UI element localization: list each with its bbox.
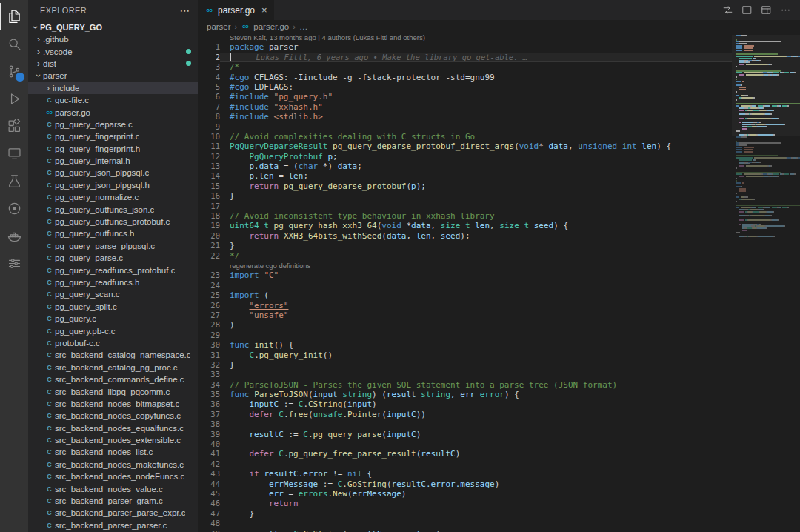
line-number[interactable]: 49 [198,529,220,532]
line-number[interactable]: 12 [198,152,220,162]
code-line-38[interactable]: 38 [198,419,736,429]
code-line-30[interactable]: 30func init() { [198,340,736,350]
code-line-2[interactable]: 2Lukas Fittl, 6 years ago • Make the lib… [198,53,736,62]
line-number[interactable]: 14 [198,171,220,181]
code-line-21[interactable]: 21} [198,241,736,250]
tree-item-parser[interactable]: ›parser [28,70,198,82]
code-line-9[interactable]: 9 [198,122,736,132]
code-line-1[interactable]: 1package parser [198,42,736,52]
code-line-41[interactable]: 41 defer C.pg_query_free_parse_result(re… [198,449,736,459]
code-line-36[interactable]: 36 inputC := C.CString(input) [198,399,736,409]
code-line-12[interactable]: 12 PgQueryProtobuf p; [198,152,736,162]
open-changes-icon[interactable] [722,4,733,16]
tree-item-src_backend_parser_gram.c[interactable]: Csrc_backend_parser_gram.c [28,495,198,507]
code-line-17[interactable]: 17 [198,202,736,211]
line-number[interactable]: 13 [198,162,220,171]
line-number[interactable]: 1 [198,42,220,52]
tree-item-src_backend_nodes_makefuncs.c[interactable]: Csrc_backend_nodes_makefuncs.c [28,459,198,471]
line-number[interactable]: 46 [198,499,220,508]
tree-item-src_backend_nodes_equalfuncs.c[interactable]: Csrc_backend_nodes_equalfuncs.c [28,422,198,434]
code-line-47[interactable]: 47 } [198,509,736,519]
tree-item-pg_query_scan.c[interactable]: Cpg_query_scan.c [28,288,198,300]
code-line-40[interactable]: 40 [198,439,736,449]
code-line-10[interactable]: 10// Avoid complexities dealing with C s… [198,132,736,142]
tree-item-pg_query_parse_plpgsql.c[interactable]: Cpg_query_parse_plpgsql.c [28,240,198,252]
line-number[interactable]: 31 [198,350,220,360]
line-number[interactable]: 17 [198,202,220,211]
blame-authors-lens[interactable]: Steven Kalt, 13 months ago | 4 authors (… [230,33,425,41]
tab-parser.go[interactable]: GO parser.go × [198,0,274,20]
tree-item-src_backend_nodes_copyfuncs.c[interactable]: Csrc_backend_nodes_copyfuncs.c [28,410,198,422]
line-number[interactable]: 21 [198,241,220,250]
tree-item-protobuf-c.c[interactable]: Cprotobuf-c.c [28,337,198,349]
code-line-19[interactable]: 19uint64_t pg_query_hash_xxh3_64(void *d… [198,221,736,230]
line-number[interactable]: 32 [198,360,220,370]
chevron-down-icon[interactable]: › [33,71,44,80]
line-number[interactable]: 28 [198,320,220,330]
line-number[interactable]: 35 [198,390,220,399]
line-number[interactable]: 36 [198,399,220,409]
code-line-39[interactable]: 39 resultC := C.pg_query_parse(inputC) [198,430,736,439]
code-line-4[interactable]: 4#cgo CFLAGS: -Iinclude -g -fstack-prote… [198,73,736,82]
minimap[interactable] [732,33,800,532]
code-line-37[interactable]: 37 defer C.free(unsafe.Pointer(inputC)) [198,410,736,419]
code-line-45[interactable]: 45 err = errors.New(errMessage) [198,489,736,499]
tree-item-src_backend_parser_parse_expr.c[interactable]: Csrc_backend_parser_parse_expr.c [28,507,198,519]
more-icon[interactable] [780,4,791,16]
line-number[interactable]: 43 [198,469,220,479]
code-line-32[interactable]: 32} [198,360,736,370]
tree-item-pg_query_parse.c[interactable]: Cpg_query_parse.c [28,252,198,264]
line-number[interactable]: 16 [198,191,220,201]
tree-item-include[interactable]: ›include [28,82,198,94]
code-line-22[interactable]: 22*/ [198,251,736,261]
code-line-35[interactable]: 35func ParseToJSON(input string) (result… [198,390,736,399]
line-number[interactable]: 45 [198,489,220,499]
line-number[interactable]: 41 [198,449,220,459]
tree-item-pg_query_fingerprint.c[interactable]: Cpg_query_fingerprint.c [28,130,198,142]
line-number[interactable]: 3 [198,62,220,72]
line-number[interactable]: 34 [198,380,220,390]
activity-search[interactable] [0,30,28,58]
tree-item-pg_query_normalize.c[interactable]: Cpg_query_normalize.c [28,191,198,203]
code-line-42[interactable]: 42 [198,459,736,469]
code-line-16[interactable]: 16} [198,191,736,201]
tree-item-src_backend_nodes_extensible.c[interactable]: Csrc_backend_nodes_extensible.c [28,434,198,446]
tree-item-pg_query_deparse.c[interactable]: Cpg_query_deparse.c [28,119,198,130]
chevron-right-icon[interactable]: › [34,34,43,44]
code-line-3[interactable]: 3/* [198,62,736,72]
line-number[interactable]: 7 [198,102,220,112]
tree-item-pg_query_readfuncs.h[interactable]: Cpg_query_readfuncs.h [28,276,198,288]
code-line-15[interactable]: 15 return pg_query_deparse_protobuf(p); [198,182,736,191]
line-number[interactable]: 8 [198,112,220,122]
tree-item-pg_query_outfuncs_protobuf.c[interactable]: Cpg_query_outfuncs_protobuf.c [28,216,198,227]
tree-item-src_backend_nodes_bitmapset.c[interactable]: Csrc_backend_nodes_bitmapset.c [28,398,198,410]
code-line-18[interactable]: 18// Avoid inconsistent type behaviour i… [198,211,736,221]
tree-item-src_backend_catalog_namespace.c[interactable]: Csrc_backend_catalog_namespace.c [28,349,198,361]
tree-item-pg_query_internal.h[interactable]: Cpg_query_internal.h [28,155,198,167]
line-number[interactable]: 24 [198,281,220,290]
line-number[interactable]: 37 [198,410,220,419]
line-number[interactable]: 44 [198,479,220,489]
code-line-31[interactable]: 31 C.pg_query_init() [198,350,736,360]
tree-item-src_backend_nodes_nodeFuncs.c[interactable]: Csrc_backend_nodes_nodeFuncs.c [28,471,198,482]
line-number[interactable]: 33 [198,370,220,379]
tree-item-parser.go[interactable]: GOparser.go [28,106,198,118]
code-line-14[interactable]: 14 p.len = len; [198,171,736,181]
tree-item-pg_query_outfuncs.h[interactable]: Cpg_query_outfuncs.h [28,227,198,239]
activity-remote-explorer[interactable] [0,140,28,167]
line-number[interactable]: 5 [198,82,220,92]
tree-item-pg_query_outfuncs_json.c[interactable]: Cpg_query_outfuncs_json.c [28,203,198,215]
tree-item-pg_query_split.c[interactable]: Cpg_query_split.c [28,301,198,313]
code-line-20[interactable]: 20 return XXH3_64bits_withSeed(data, len… [198,231,736,241]
line-number[interactable]: 38 [198,419,220,429]
tree-item-src_backend_commands_define.c[interactable]: Csrc_backend_commands_define.c [28,373,198,385]
line-number[interactable]: 25 [198,290,220,300]
code-line-43[interactable]: 43 if resultC.error != nil { [198,469,736,479]
tree-root-folder[interactable]: › PG_QUERY_GO [28,21,198,33]
line-number[interactable]: 6 [198,92,220,102]
code-line-46[interactable]: 46 return [198,499,736,508]
code-lens[interactable]: regenerate cgo definitions [230,262,310,270]
breadcrumb-item[interactable]: parser.go [253,22,289,31]
code-area[interactable]: Steven Kalt, 13 months ago | 4 authors (… [198,33,800,532]
activity-docker[interactable] [0,222,28,250]
